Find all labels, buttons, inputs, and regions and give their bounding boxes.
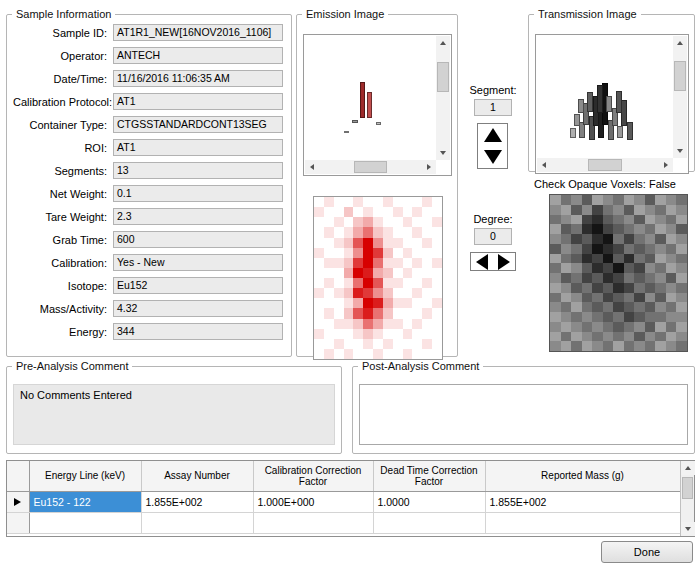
degree-label: Degree: bbox=[462, 213, 524, 225]
sample-information-group: Sample Information Sample ID:AT1R1_NEW[1… bbox=[6, 8, 292, 357]
energy-label: Energy: bbox=[13, 326, 113, 338]
grid-row-2 bbox=[7, 512, 680, 533]
emission-image-title: Emission Image bbox=[302, 8, 388, 20]
sample-id-field[interactable]: AT1R1_NEW[16NOV2016_1106] bbox=[113, 24, 283, 41]
grid-row-1: Eu152 - 122 1.855E+002 1.000E+000 1.0000… bbox=[7, 491, 680, 512]
right-arrow-icon bbox=[498, 254, 510, 270]
roi-field[interactable]: AT1 bbox=[113, 139, 283, 156]
emission-horizontal-scrollbar[interactable] bbox=[305, 160, 436, 174]
emission-3d-plot bbox=[303, 34, 452, 176]
cell-dead-time-correction-factor[interactable]: 1.0000 bbox=[373, 491, 485, 512]
degree-left-button[interactable] bbox=[471, 253, 493, 270]
grid-vertical-scrollbar[interactable] bbox=[680, 461, 694, 536]
segment-label: Segment: bbox=[462, 84, 524, 96]
pre-analysis-comment-group: Pre-Analysis Comment No Comments Entered bbox=[6, 360, 342, 454]
segment-up-button[interactable] bbox=[478, 124, 507, 146]
segments-field[interactable]: 13 bbox=[113, 162, 283, 179]
date-time-field[interactable]: 11/16/2016 11:06:35 AM bbox=[113, 70, 283, 87]
up-arrow-icon bbox=[484, 128, 502, 142]
scroll-thumb[interactable] bbox=[682, 477, 693, 499]
calibration-field[interactable]: Yes - New bbox=[113, 254, 283, 271]
cell-energy-line[interactable]: Eu152 - 122 bbox=[29, 491, 141, 512]
scroll-left-button[interactable] bbox=[305, 160, 319, 174]
tare-weight-label: Tare Weight: bbox=[13, 211, 113, 223]
container-type-label: Container Type: bbox=[13, 119, 113, 131]
scroll-track[interactable] bbox=[673, 50, 687, 144]
col-header-reported-mass[interactable]: Reported Mass (g) bbox=[485, 461, 680, 491]
scroll-down-button[interactable] bbox=[436, 146, 450, 160]
scroll-left-icon bbox=[310, 164, 314, 170]
scroll-up-button[interactable] bbox=[436, 36, 450, 50]
calibration-protocol-field[interactable]: AT1 bbox=[113, 93, 283, 110]
mass-activity-field[interactable]: 4.32 bbox=[113, 300, 283, 317]
scroll-track[interactable] bbox=[319, 160, 422, 174]
row-header-cell[interactable] bbox=[7, 491, 29, 512]
scroll-down-button[interactable] bbox=[673, 144, 687, 158]
cell-calibration-correction-factor[interactable] bbox=[253, 512, 373, 533]
emission-vertical-scrollbar[interactable] bbox=[436, 36, 450, 160]
cell-energy-line[interactable] bbox=[29, 512, 141, 533]
degree-right-button[interactable] bbox=[493, 253, 515, 270]
pre-analysis-comment-box[interactable]: No Comments Entered bbox=[13, 384, 335, 445]
scroll-left-button[interactable] bbox=[537, 158, 551, 172]
down-arrow-icon bbox=[484, 150, 502, 164]
scroll-up-button[interactable] bbox=[673, 36, 687, 50]
scroll-down-icon bbox=[677, 149, 683, 153]
col-header-calibration-correction-factor[interactable]: Calibration Correction Factor bbox=[253, 461, 373, 491]
scroll-right-button[interactable] bbox=[422, 160, 436, 174]
scroll-down-button[interactable] bbox=[681, 522, 695, 536]
cell-assay-number[interactable]: 1.855E+002 bbox=[141, 491, 253, 512]
degree-value-field[interactable]: 0 bbox=[474, 228, 512, 245]
done-button[interactable]: Done bbox=[601, 541, 693, 563]
grid-corner-cell bbox=[7, 461, 29, 491]
post-analysis-comment-title: Post-Analysis Comment bbox=[358, 360, 483, 372]
col-header-energy-line[interactable]: Energy Line (keV) bbox=[29, 461, 141, 491]
net-weight-label: Net Weight: bbox=[13, 188, 113, 200]
scroll-thumb[interactable] bbox=[674, 61, 686, 91]
grab-time-field[interactable]: 600 bbox=[113, 231, 283, 248]
cell-calibration-correction-factor[interactable]: 1.000E+000 bbox=[253, 491, 373, 512]
transmission-3d-plot bbox=[535, 34, 689, 174]
scroll-thumb[interactable] bbox=[354, 161, 387, 173]
post-analysis-comment-box[interactable] bbox=[359, 384, 688, 445]
scroll-up-icon bbox=[685, 466, 691, 470]
scroll-track[interactable] bbox=[681, 475, 694, 522]
emission-3d-plot-canvas bbox=[305, 36, 436, 160]
scroll-right-button[interactable] bbox=[659, 158, 673, 172]
transmission-vertical-scrollbar[interactable] bbox=[673, 36, 687, 158]
scroll-left-icon bbox=[542, 162, 546, 168]
roi-label: ROI: bbox=[13, 142, 113, 154]
row-header-cell[interactable] bbox=[7, 512, 29, 533]
scroll-track[interactable] bbox=[551, 158, 659, 172]
degree-leftright-control bbox=[470, 252, 516, 271]
cell-reported-mass[interactable]: 1.855E+002 bbox=[485, 491, 680, 512]
cell-assay-number[interactable] bbox=[141, 512, 253, 533]
emission-heatmap-image bbox=[313, 196, 443, 360]
segment-value-field[interactable]: 1 bbox=[474, 99, 512, 116]
mass-activity-label: Mass/Activity: bbox=[13, 303, 113, 315]
isotope-field[interactable]: Eu152 bbox=[113, 277, 283, 294]
isotope-label: Isotope: bbox=[13, 280, 113, 292]
cell-dead-time-correction-factor[interactable] bbox=[373, 512, 485, 533]
tare-weight-field[interactable]: 2.3 bbox=[113, 208, 283, 225]
segments-label: Segments: bbox=[13, 165, 113, 177]
calibration-protocol-label: Calibration Protocol: bbox=[13, 96, 113, 108]
scroll-up-button[interactable] bbox=[681, 461, 695, 475]
transmission-image-group: Transmission Image bbox=[528, 8, 695, 172]
col-header-dead-time-correction-factor[interactable]: Dead Time Correction Factor bbox=[373, 461, 485, 491]
energy-field[interactable]: 344 bbox=[113, 323, 283, 340]
grab-time-label: Grab Time: bbox=[13, 234, 113, 246]
scroll-thumb[interactable] bbox=[437, 62, 449, 93]
post-analysis-comment-group: Post-Analysis Comment bbox=[352, 360, 695, 454]
cell-reported-mass[interactable] bbox=[485, 512, 680, 533]
check-opaque-voxels-label: Check Opaque Voxels: False bbox=[534, 178, 676, 190]
transmission-horizontal-scrollbar[interactable] bbox=[537, 158, 673, 172]
scroll-down-icon bbox=[440, 151, 446, 155]
segment-down-button[interactable] bbox=[478, 146, 507, 168]
scroll-thumb[interactable] bbox=[588, 159, 623, 171]
operator-field[interactable]: ANTECH bbox=[113, 47, 283, 64]
net-weight-field[interactable]: 0.1 bbox=[113, 185, 283, 202]
col-header-assay-number[interactable]: Assay Number bbox=[141, 461, 253, 491]
scroll-track[interactable] bbox=[436, 50, 450, 146]
container-type-field[interactable]: CTGSSTANDARDCONT13SEG bbox=[113, 116, 283, 133]
